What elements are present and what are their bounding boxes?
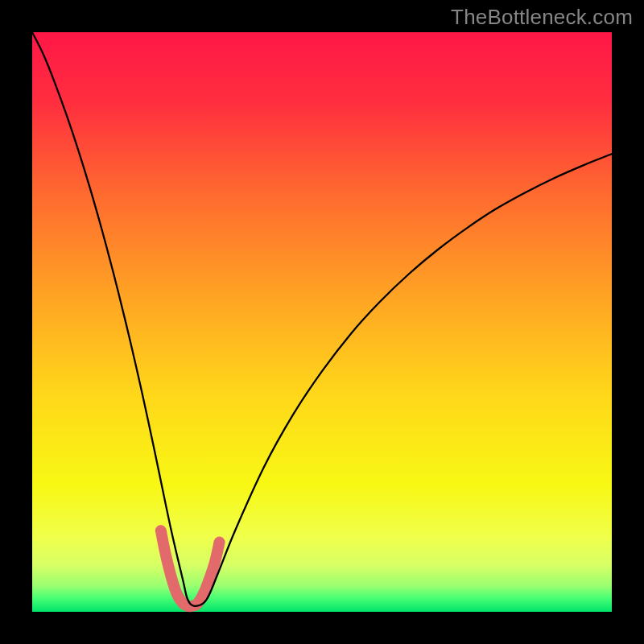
plot-background — [32, 32, 612, 612]
chart-frame: TheBottleneck.com — [0, 0, 644, 644]
bottleneck-chart — [0, 0, 644, 644]
watermark-text: TheBottleneck.com — [451, 5, 633, 30]
